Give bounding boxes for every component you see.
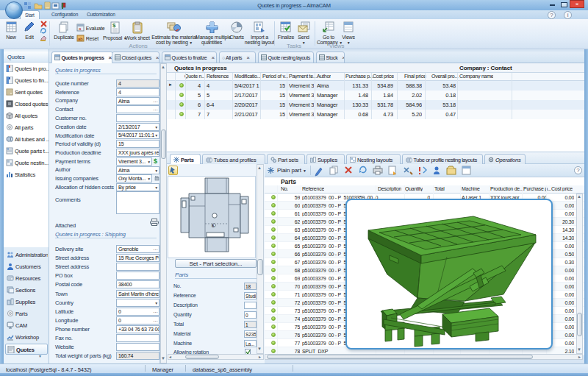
- svg-text:ab: ab: [78, 37, 83, 41]
